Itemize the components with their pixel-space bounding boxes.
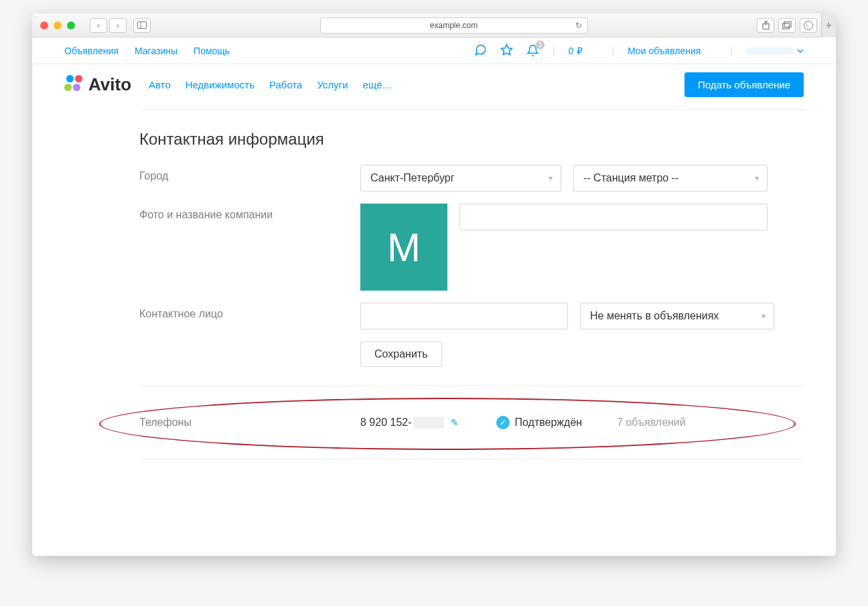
- topnav-link-ads[interactable]: Объявления: [64, 46, 119, 56]
- phone-ads-count: 7 объявлений: [617, 416, 686, 429]
- logo-dots-icon: [64, 75, 84, 95]
- window-minimize-button[interactable]: [54, 21, 62, 29]
- city-value: Санкт-Петербург: [370, 172, 454, 184]
- favorites-icon[interactable]: [500, 44, 513, 58]
- company-name-input[interactable]: [459, 204, 768, 230]
- share-button[interactable]: [757, 18, 774, 33]
- post-ad-button[interactable]: Подать объявление: [684, 72, 804, 97]
- topnav-link-help[interactable]: Помощь: [194, 46, 230, 56]
- browser-titlebar: ‹ › example.com ↻ +: [32, 13, 836, 37]
- forward-button[interactable]: ›: [109, 18, 127, 33]
- tabs-button[interactable]: [778, 18, 796, 33]
- edit-phone-icon[interactable]: ✎: [451, 417, 459, 428]
- verified-check-icon: ✓: [496, 416, 510, 429]
- main-nav-realty[interactable]: Недвижимость: [186, 79, 255, 90]
- topnav-link-shops[interactable]: Магазины: [135, 46, 177, 56]
- main-nav-auto[interactable]: Авто: [149, 79, 171, 90]
- user-menu-dropdown[interactable]: [746, 48, 804, 54]
- main-nav-jobs[interactable]: Работа: [269, 79, 303, 90]
- main-nav-more[interactable]: ещё…: [363, 79, 392, 90]
- url-field[interactable]: example.com ↻: [320, 17, 588, 33]
- chevron-down-icon: ▾: [762, 311, 766, 321]
- site-logo[interactable]: Avito: [64, 74, 131, 95]
- my-ads-link[interactable]: Мои объявления: [628, 46, 701, 56]
- back-button[interactable]: ‹: [90, 18, 107, 33]
- sidebar-toggle-button[interactable]: [133, 18, 151, 33]
- chevron-down-icon: ▾: [549, 173, 553, 183]
- phones-label: Телефоны: [139, 416, 360, 429]
- phone-masked-part: [413, 416, 444, 429]
- site-topbar: Объявления Магазины Помощь 1 | 0 ₽ | Мои…: [32, 37, 836, 64]
- contact-label: Контактное лицо: [139, 303, 360, 320]
- notifications-icon[interactable]: 1: [526, 44, 539, 57]
- main-nav-services[interactable]: Услуги: [317, 79, 348, 90]
- downloads-button[interactable]: [800, 18, 817, 33]
- metro-placeholder: -- Станция метро --: [583, 172, 678, 184]
- notification-badge: 1: [536, 40, 545, 50]
- logo-text: Avito: [88, 74, 131, 95]
- city-label: Город: [139, 165, 360, 182]
- company-avatar[interactable]: М: [360, 204, 447, 291]
- svg-marker-5: [502, 44, 512, 54]
- contact-name-input[interactable]: [360, 303, 568, 329]
- chevron-down-icon: ▾: [755, 173, 759, 183]
- save-button[interactable]: Сохранить: [360, 342, 442, 367]
- contact-mode-value: Не менять в объявлениях: [590, 310, 719, 322]
- svg-rect-0: [138, 22, 147, 29]
- svg-rect-4: [784, 21, 791, 27]
- window-maximize-button[interactable]: [67, 21, 75, 29]
- company-label: Фото и название компании: [139, 204, 360, 221]
- balance-link[interactable]: 0 ₽: [569, 46, 583, 56]
- chevron-down-icon: [797, 49, 804, 53]
- new-tab-button[interactable]: +: [821, 13, 836, 37]
- phone-number: 8 920 152-: [360, 416, 444, 429]
- confirmed-text: Подтверждён: [515, 416, 583, 429]
- city-select[interactable]: Санкт-Петербург ▾: [360, 165, 561, 192]
- metro-select[interactable]: -- Станция метро -- ▾: [573, 165, 768, 192]
- messages-icon[interactable]: [474, 44, 487, 58]
- section-title: Контактная информация: [139, 130, 836, 149]
- contact-mode-select[interactable]: Не менять в объявлениях ▾: [580, 303, 774, 329]
- svg-rect-3: [783, 23, 790, 29]
- reload-icon[interactable]: ↻: [575, 21, 582, 30]
- url-text: example.com: [430, 21, 478, 30]
- window-close-button[interactable]: [40, 21, 48, 29]
